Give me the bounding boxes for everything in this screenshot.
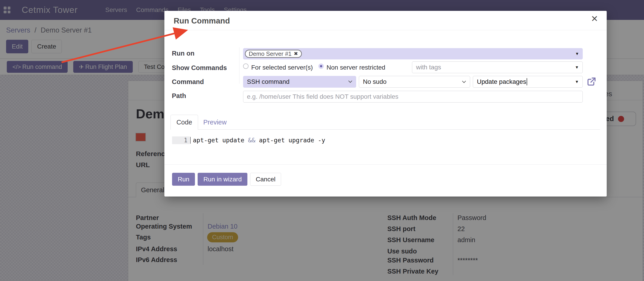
run-button[interactable]: Run bbox=[172, 173, 195, 186]
code-part1: apt-get update bbox=[193, 137, 248, 144]
path-label: Path bbox=[172, 92, 186, 100]
command-ref-value: Update packages bbox=[477, 78, 526, 85]
dropdown-arrow-icon[interactable]: ▼ bbox=[575, 51, 579, 56]
run-in-wizard-button[interactable]: Run in wizard bbox=[198, 173, 248, 186]
sudo-select[interactable]: No sudo bbox=[359, 76, 470, 88]
modal-footer: Run Run in wizard Cancel bbox=[172, 173, 281, 186]
code-line-number: 1 bbox=[172, 136, 190, 144]
command-type-value: SSH command bbox=[247, 78, 290, 85]
command-label: Command bbox=[172, 78, 204, 86]
select-chevron-icon bbox=[348, 79, 352, 83]
sudo-value: No sudo bbox=[363, 78, 386, 85]
run-command-modal: Run Command ✕ Run on Show Commands Comma… bbox=[164, 11, 607, 197]
modal-header-divider bbox=[164, 30, 607, 30]
with-tags-placeholder: with tags bbox=[416, 64, 441, 71]
path-input[interactable] bbox=[243, 91, 583, 103]
cancel-button[interactable]: Cancel bbox=[250, 173, 281, 186]
editor-caret bbox=[190, 137, 190, 144]
tag-remove-icon[interactable]: ✖ bbox=[294, 51, 298, 57]
modal-group-separator bbox=[239, 47, 240, 84]
code-line-text: apt-get update && apt-get upgrade -y bbox=[193, 136, 325, 144]
server-tag-pill: Demo Server #1 ✖ bbox=[245, 50, 302, 58]
command-type-select[interactable]: SSH command bbox=[243, 76, 356, 88]
close-icon[interactable]: ✕ bbox=[591, 14, 598, 23]
code-part2: apt-get upgrade -y bbox=[255, 137, 325, 144]
app-window: Cetmix Tower Servers Commands Files Tool… bbox=[0, 0, 644, 281]
with-tags-dropdown[interactable]: with tags ▼ bbox=[412, 61, 583, 73]
modal-footer-divider bbox=[164, 164, 607, 165]
radio-non-server-restricted-label[interactable]: Non server restricted bbox=[326, 64, 385, 71]
command-ref-combobox[interactable]: Update packages ▼ bbox=[473, 76, 583, 88]
radio-for-selected-servers-label[interactable]: For selected server(s) bbox=[251, 64, 313, 71]
modal-title: Run Command bbox=[174, 16, 230, 25]
code-operator: && bbox=[248, 137, 256, 144]
radio-non-server-restricted[interactable] bbox=[318, 63, 324, 69]
modal-tab-line bbox=[170, 129, 600, 130]
text-caret bbox=[527, 78, 527, 85]
code-editor[interactable]: 1 apt-get update && apt-get upgrade -y bbox=[172, 136, 325, 144]
dropdown-arrow-icon: ▼ bbox=[575, 65, 579, 70]
dropdown-arrow-icon: ▼ bbox=[575, 79, 579, 84]
radio-for-selected-servers[interactable] bbox=[243, 63, 248, 69]
run-on-field[interactable]: Demo Server #1 ✖ ▼ bbox=[243, 48, 583, 59]
tab-preview[interactable]: Preview bbox=[203, 119, 226, 126]
select-chevron-icon bbox=[462, 79, 466, 83]
server-tag-label: Demo Server #1 bbox=[249, 50, 292, 57]
external-link-icon[interactable] bbox=[586, 77, 596, 87]
show-commands-label: Show Commands bbox=[172, 64, 227, 72]
tab-code[interactable]: Code bbox=[170, 115, 198, 130]
run-on-label: Run on bbox=[172, 50, 194, 57]
